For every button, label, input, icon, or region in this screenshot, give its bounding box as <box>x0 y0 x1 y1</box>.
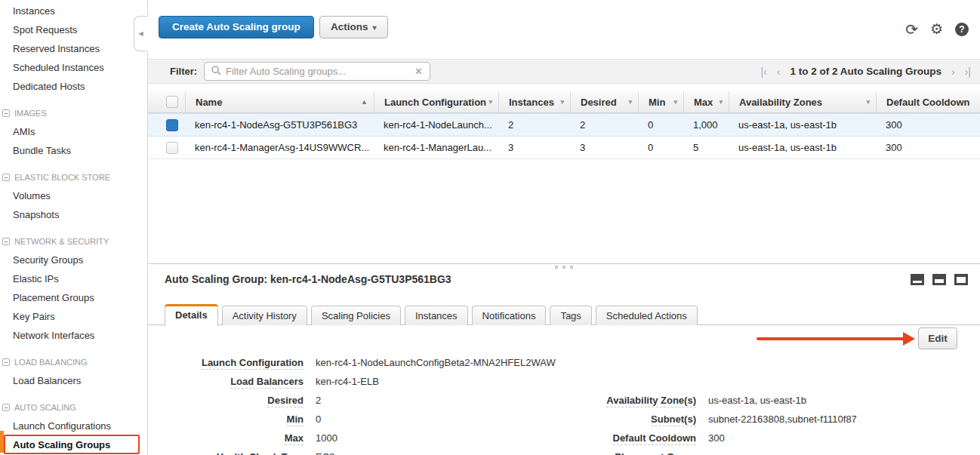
first-page-icon[interactable]: |‹ <box>761 66 767 78</box>
sidebar-item-spot-requests[interactable]: Spot Requests <box>0 20 147 39</box>
tab-notifications[interactable]: Notifications <box>472 306 547 325</box>
panel-divider <box>148 263 980 264</box>
field-label: Placement Group <box>615 451 696 455</box>
sidebar-item-instances[interactable]: Instances <box>0 2 147 20</box>
field-placement-group: Placement Group <box>566 447 857 455</box>
tab-scaling-policies[interactable]: Scaling Policies <box>311 306 401 325</box>
tab-tags[interactable]: Tags <box>550 306 591 325</box>
sidebar-item-amis[interactable]: AMIs <box>0 122 147 141</box>
clear-search-icon[interactable]: ✕ <box>414 66 423 77</box>
section-header-network-security[interactable]: NETWORK & SECURITY <box>0 232 147 251</box>
help-icon[interactable]: ? <box>955 23 969 36</box>
chevron-down-icon: ▾ <box>373 23 377 32</box>
pane-small-icon[interactable] <box>911 274 924 285</box>
column-label: Instances <box>509 97 554 108</box>
select-all-checkbox[interactable] <box>166 96 178 108</box>
annotation-arrow <box>757 337 904 340</box>
sidebar-item-network-interfaces[interactable]: Network Interfaces <box>0 326 147 345</box>
last-page-icon[interactable]: ›| <box>965 66 971 78</box>
column-header-default-cooldown[interactable]: Default Cooldown <box>876 91 980 112</box>
tab-activity-history[interactable]: Activity History <box>222 306 307 325</box>
column-header-max[interactable]: Max ▾ <box>683 91 729 112</box>
cell-name: ken-rc4-1-NodeAsg-G5TU3P561BG3 <box>185 114 374 136</box>
sidebar-section-images: IMAGES AMIs Bundle Tasks <box>0 103 147 160</box>
column-header-instances[interactable]: Instances ▾ <box>498 91 570 112</box>
field-label: Launch Configuration <box>202 357 304 370</box>
edit-button[interactable]: Edit <box>918 327 957 349</box>
row-checkbox[interactable] <box>166 142 178 154</box>
cell-launch-configuration: ken-rc4-1-NodeLaunch... <box>374 114 498 136</box>
sidebar-item-scheduled-instances[interactable]: Scheduled Instances <box>0 58 147 77</box>
search-icon <box>211 66 221 78</box>
row-checkbox[interactable] <box>166 119 178 131</box>
cell-instances: 2 <box>498 114 570 136</box>
collapse-section-icon[interactable] <box>2 238 10 245</box>
sidebar-item-snapshots[interactable]: Snapshots <box>0 205 147 224</box>
sidebar-item-dedicated-hosts[interactable]: Dedicated Hosts <box>0 77 147 96</box>
tab-instances[interactable]: Instances <box>405 306 468 325</box>
panel-resize-handle[interactable] <box>555 266 573 269</box>
sidebar-section-network-security: NETWORK & SECURITY Security Groups Elast… <box>0 232 147 345</box>
collapse-section-icon[interactable] <box>2 358 10 366</box>
column-header-name[interactable]: Name ▲ <box>185 91 374 112</box>
table-row[interactable]: ken-rc4-1-ManagerAsg-14US9WWCR... ken-rc… <box>148 137 980 159</box>
sidebar-item-security-groups[interactable]: Security Groups <box>0 251 147 269</box>
field-value: EC2 <box>316 451 334 455</box>
field-value: subnet-22163808,subnet-f1110f87 <box>708 413 857 425</box>
section-header-ebs[interactable]: ELASTIC BLOCK STORE <box>0 168 147 186</box>
pane-medium-icon[interactable] <box>932 274 946 285</box>
sidebar-item-load-balancers[interactable]: Load Balancers <box>0 371 147 390</box>
sidebar-section-ebs: ELASTIC BLOCK STORE Volumes Snapshots <box>0 168 147 224</box>
sidebar-collapse-handle[interactable]: ◀ <box>134 16 148 51</box>
section-header-label: NETWORK & SECURITY <box>14 237 109 246</box>
collapse-section-icon[interactable] <box>2 404 10 411</box>
actions-button[interactable]: Actions▾ <box>319 16 388 38</box>
sidebar-item-volumes[interactable]: Volumes <box>0 186 147 205</box>
next-page-icon[interactable]: › <box>951 66 955 78</box>
cell-instances: 3 <box>498 137 570 158</box>
filter-caret-icon: ▾ <box>866 98 870 106</box>
search-box[interactable]: ✕ <box>204 62 430 81</box>
section-header-load-balancing[interactable]: LOAD BALANCING <box>0 352 147 371</box>
field-default-cooldown: Default Cooldown 300 <box>566 429 857 447</box>
collapse-left-icon: ◀ <box>138 30 143 37</box>
sidebar-item-elastic-ips[interactable]: Elastic IPs <box>0 269 147 288</box>
create-auto-scaling-group-button[interactable]: Create Auto Scaling group <box>159 16 314 38</box>
column-header-desired[interactable]: Desired ▾ <box>570 91 638 112</box>
field-label: Desired <box>267 395 304 407</box>
field-label: Default Cooldown <box>613 432 697 445</box>
sidebar-item-launch-configurations[interactable]: Launch Configurations <box>0 417 147 435</box>
column-header-availability-zones[interactable]: Availability Zones ▾ <box>729 91 876 112</box>
sidebar-item-bundle-tasks[interactable]: Bundle Tasks <box>0 141 147 160</box>
column-label: Desired <box>581 97 617 108</box>
sidebar-item-reserved-instances[interactable]: Reserved Instances <box>0 39 147 58</box>
tab-scheduled-actions[interactable]: Scheduled Actions <box>596 306 698 325</box>
collapse-section-icon[interactable] <box>2 109 10 117</box>
pane-large-icon[interactable] <box>954 274 968 285</box>
sidebar-section-load-balancing: LOAD BALANCING Load Balancers <box>0 352 147 390</box>
field-label: Availability Zone(s) <box>606 395 696 407</box>
section-header-images[interactable]: IMAGES <box>0 103 147 122</box>
column-header-launch-configuration[interactable]: Launch Configuration ▾ <box>374 91 498 112</box>
field-label: Subnet(s) <box>651 413 696 426</box>
refresh-icon[interactable]: ⟳ <box>905 22 918 37</box>
cell-max: 5 <box>683 137 729 158</box>
field-max: Max 1000 <box>148 429 556 447</box>
cell-name: ken-rc4-1-ManagerAsg-14US9WWCR... <box>185 137 374 158</box>
collapse-section-icon[interactable] <box>2 174 10 181</box>
gear-icon[interactable]: ⚙ <box>930 22 943 37</box>
column-header-min[interactable]: Min ▾ <box>638 91 683 112</box>
section-header-auto-scaling[interactable]: AUTO SCALING <box>0 398 147 417</box>
section-header-label: ELASTIC BLOCK STORE <box>14 173 110 182</box>
previous-page-icon[interactable]: ‹ <box>777 66 781 78</box>
sidebar-item-placement-groups[interactable]: Placement Groups <box>0 288 147 307</box>
table-row[interactable]: ken-rc4-1-NodeAsg-G5TU3P561BG3 ken-rc4-1… <box>148 113 980 137</box>
sidebar-item-key-pairs[interactable]: Key Pairs <box>0 307 147 326</box>
field-launch-configuration: Launch Configuration ken-rc4-1-NodeLaunc… <box>148 353 556 372</box>
cell-max: 1,000 <box>683 114 729 136</box>
sidebar-item-auto-scaling-groups[interactable]: Auto Scaling Groups <box>0 435 147 454</box>
drag-dot <box>555 266 558 269</box>
field-value: 300 <box>708 432 725 444</box>
tab-details[interactable]: Details <box>165 304 218 326</box>
search-input[interactable] <box>226 66 410 77</box>
